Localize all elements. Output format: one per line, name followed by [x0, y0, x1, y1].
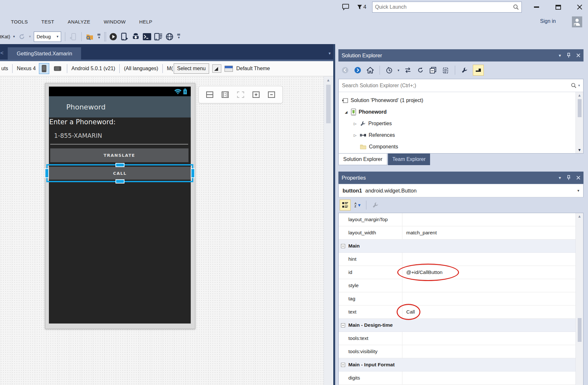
close-icon[interactable] — [576, 176, 580, 180]
property-row[interactable]: tag — [339, 292, 583, 305]
resize-handle-right[interactable] — [191, 168, 195, 178]
toolbar-options-icon[interactable]: ▾ — [97, 33, 101, 40]
device-log-icon[interactable] — [154, 33, 162, 41]
scrollbar-thumb[interactable] — [326, 85, 331, 123]
collapse-category-icon[interactable] — [341, 323, 345, 327]
call-button-selection[interactable]: CALL — [46, 164, 193, 182]
notification-filter[interactable]: 4 — [357, 4, 366, 10]
tree-item-components[interactable]: Components — [339, 141, 583, 153]
tree-vertical-scrollbar[interactable]: ▲ ▼ — [575, 92, 583, 153]
property-row[interactable]: style — [339, 279, 583, 292]
property-row[interactable]: tools:text — [339, 332, 583, 345]
tab-scroll-left-icon[interactable]: < — [0, 50, 5, 60]
pin-icon[interactable] — [567, 175, 571, 180]
android-screen[interactable]: Phoneword Enter a Phoneword: 1-855-XAMAR… — [49, 87, 191, 324]
window-position-dropdown-icon[interactable]: ▾ — [559, 53, 561, 58]
document-well-dropdown-icon[interactable]: ▾ — [328, 51, 331, 56]
resize-handle-left[interactable] — [45, 168, 49, 178]
properties-header[interactable]: Properties ▾ — [338, 172, 583, 184]
call-button[interactable]: CALL — [49, 167, 191, 180]
solution-explorer-header[interactable]: Solution Explorer ▾ — [338, 49, 583, 61]
property-row[interactable]: layout_marginTop — [339, 213, 583, 226]
close-icon[interactable] — [576, 53, 580, 57]
properties-vertical-scrollbar[interactable]: ▲ — [575, 213, 583, 385]
menu-window[interactable]: WINDOW — [104, 19, 126, 24]
scroll-up-icon[interactable]: ▲ — [578, 93, 582, 97]
forward-icon[interactable] — [354, 66, 362, 74]
collapse-category-icon[interactable] — [341, 363, 345, 367]
home-icon[interactable] — [366, 66, 374, 74]
resize-handle-bottom[interactable] — [115, 179, 124, 183]
sign-in-link[interactable]: Sign in — [540, 18, 556, 24]
run-on-device-icon[interactable] — [120, 33, 129, 41]
menu-help[interactable]: HELP — [139, 19, 152, 24]
quick-launch-box[interactable] — [372, 2, 522, 13]
category-row-design-time[interactable]: Main - Design-time — [339, 319, 583, 332]
tree-item-phoneword-project[interactable]: ◢ Phoneword — [339, 106, 583, 118]
property-row[interactable]: digits — [339, 371, 583, 385]
filter-dropdown-icon[interactable]: ▾ — [398, 69, 400, 72]
object-dropdown-icon[interactable]: ▾ — [577, 188, 579, 193]
quick-launch-input[interactable] — [372, 4, 513, 10]
emulator-manager-icon[interactable] — [165, 33, 174, 41]
category-row-input-format[interactable]: Main - Input Format — [339, 358, 583, 371]
refresh-dropdown-icon[interactable]: ▾ — [29, 35, 31, 38]
menu-tools[interactable]: TOOLS — [11, 19, 28, 24]
scroll-up-icon[interactable]: ▲ — [326, 78, 330, 82]
preview-selected-items-toggle[interactable] — [473, 65, 484, 76]
solution-search-input[interactable] — [342, 83, 571, 89]
designer-vertical-scrollbar[interactable]: ▲ — [324, 76, 333, 385]
search-options-dropdown-icon[interactable]: ▾ — [578, 83, 580, 88]
console-icon[interactable] — [143, 33, 151, 41]
landscape-orientation-button[interactable] — [52, 63, 63, 74]
show-all-files-icon[interactable] — [441, 66, 450, 74]
tab-team-explorer[interactable]: Team Explorer — [388, 154, 430, 165]
property-row[interactable]: layout_width match_parent — [339, 226, 583, 239]
language-selector[interactable]: (All languages) — [124, 66, 158, 71]
category-row-main[interactable]: Main — [339, 239, 583, 253]
menu-test[interactable]: TEST — [41, 19, 54, 24]
refresh-icon[interactable] — [416, 66, 425, 74]
feedback-bubble-icon[interactable] — [342, 3, 350, 11]
expander-expanded-icon[interactable]: ◢ — [344, 110, 348, 114]
scrollbar-thumb[interactable] — [578, 99, 582, 117]
phoneword-prompt-label[interactable]: Enter a Phoneword: — [49, 118, 115, 126]
search-icon[interactable] — [571, 83, 576, 88]
zoom-in-icon[interactable] — [252, 90, 260, 99]
pending-changes-filter-icon[interactable] — [385, 66, 393, 74]
property-row-id[interactable]: id @+id/CallButton — [339, 266, 583, 279]
layouts-combo-partial[interactable]: uts — [1, 66, 8, 71]
user-avatar-icon[interactable] — [572, 16, 582, 27]
android-version-selector[interactable]: Android 5.0.1 (v21) — [71, 66, 115, 71]
solution-search-box[interactable]: ▾ — [339, 79, 583, 92]
android-sdk-manager-icon[interactable] — [132, 33, 140, 41]
resize-handle-top[interactable] — [115, 163, 124, 167]
tab-gettingstarted-xamarin[interactable]: GettingStarted.Xamarin — [8, 47, 81, 60]
minimize-button[interactable] — [533, 4, 540, 10]
target-framework-dropdown-icon[interactable]: ▾ — [13, 35, 15, 38]
scroll-up-icon[interactable]: ▲ — [578, 214, 582, 218]
properties-wrench-icon[interactable] — [460, 66, 469, 74]
selected-object-combo[interactable]: button1 android.widget.Button ▾ — [338, 184, 583, 197]
property-row-text[interactable]: text Call — [339, 305, 583, 319]
alphabetical-sort-button[interactable]: AZ ▼ — [354, 202, 361, 208]
sync-with-active-document-icon[interactable] — [404, 66, 412, 74]
zoom-out-icon[interactable] — [267, 90, 276, 99]
configuration-combo[interactable]: Debug ▾ — [34, 32, 61, 42]
theme-selector[interactable]: Default Theme — [236, 66, 270, 71]
window-position-dropdown-icon[interactable]: ▾ — [559, 175, 561, 180]
categorized-view-toggle[interactable] — [340, 200, 351, 211]
find-in-files-icon[interactable] — [86, 33, 94, 41]
maximize-button[interactable] — [555, 4, 561, 10]
phoneword-text-input[interactable]: 1-855-XAMARIN — [54, 132, 102, 139]
tab-solution-explorer[interactable]: Solution Explorer — [338, 154, 387, 165]
pin-icon[interactable] — [567, 53, 571, 58]
property-row[interactable]: hint — [339, 253, 583, 266]
close-button[interactable] — [576, 4, 583, 10]
tree-item-properties[interactable]: ▷ Properties — [339, 118, 583, 129]
split-vertical-icon[interactable] — [221, 90, 229, 99]
split-horizontal-icon[interactable] — [206, 90, 214, 99]
start-debug-icon[interactable] — [109, 33, 117, 41]
collapse-category-icon[interactable] — [341, 244, 345, 248]
refresh-icon[interactable] — [18, 33, 26, 41]
